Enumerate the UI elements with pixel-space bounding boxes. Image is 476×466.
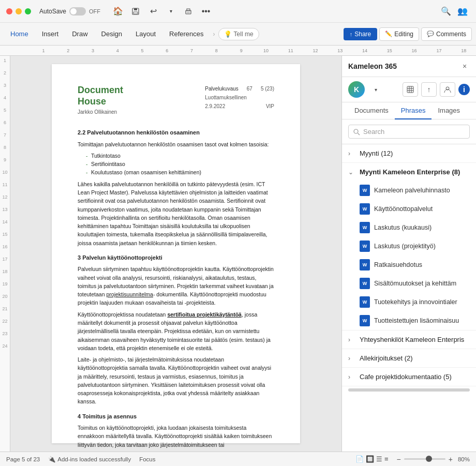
word-doc-icon: W — [360, 222, 370, 233]
panel-info-icon[interactable]: i — [458, 84, 470, 95]
ribbon-separator: › — [213, 31, 215, 38]
close-traffic-light[interactable] — [6, 8, 12, 14]
share-button[interactable]: ↑ Share — [344, 28, 378, 40]
panel-upload-icon[interactable]: ↑ — [421, 82, 437, 97]
tab-documents[interactable]: Documents — [348, 102, 395, 119]
panel-user-icon[interactable] — [440, 82, 455, 97]
tab-phrases[interactable]: Phrases — [395, 102, 432, 119]
panel-scrollbar — [348, 388, 470, 392]
save-icon[interactable] — [128, 4, 143, 19]
list-item[interactable]: W Kameleon palveluhinnasto — [342, 181, 476, 200]
tell-me-label: Tell me — [234, 31, 254, 38]
share-people-icon[interactable]: 👥 — [455, 4, 470, 19]
tab-draw[interactable]: Draw — [66, 26, 94, 42]
zoom-level: 80% — [458, 456, 470, 462]
phrase-group-header-myynti-kameleon[interactable]: Myynti Kameleon Enterprise (8) — [342, 163, 476, 181]
editing-button[interactable]: ✏️ Editing — [379, 27, 419, 41]
zoom-slider[interactable] — [404, 458, 445, 460]
ruler-v-10: 10 — [2, 170, 7, 175]
panel-table-icon[interactable] — [403, 82, 418, 97]
document-area[interactable]: Document House Jarkko Ollikainen Palvelu… — [10, 56, 341, 452]
ruler-vertical: 1 2 3 4 5 6 7 8 9 10 11 12 13 14 15 16 1… — [0, 56, 10, 452]
page-info: 5 (23) — [261, 85, 274, 93]
print-icon[interactable] — [181, 4, 196, 19]
list-item[interactable]: W Tuotteistettujen lisäominaisuu — [342, 311, 476, 330]
panel-content[interactable]: Myynti (12) Myynti Kameleon Enterprise (… — [342, 144, 476, 452]
para-5: Laite- ja ohjelmisto-, tai järjestelmäto… — [78, 355, 274, 406]
ruler-v-24: 24 — [2, 343, 7, 349]
ruler-mark: 9 — [229, 48, 254, 53]
zoom-minus-button[interactable]: − — [397, 455, 401, 463]
zoom-plus-button[interactable]: + — [449, 455, 453, 463]
phrase-group-header-myynti[interactable]: Myynti (12) — [342, 144, 476, 162]
list-item[interactable]: W Laskutus (projektityö) — [342, 237, 476, 255]
ruler-v-13: 13 — [2, 207, 7, 212]
ruler-mark: 12 — [303, 48, 328, 53]
list-item[interactable]: W Tuotekehitys ja innovointialer — [342, 293, 476, 311]
ruler-v-21: 21 — [2, 306, 7, 311]
doc-header: Document House Jarkko Ollikainen Palvelu… — [78, 85, 274, 120]
undo-icon[interactable]: ↩ — [146, 4, 160, 19]
ruler-v-15: 15 — [2, 232, 7, 237]
search-input[interactable] — [363, 128, 465, 136]
tab-home[interactable]: Home — [4, 26, 35, 42]
ruler-mark: 16 — [402, 48, 427, 53]
tab-references[interactable]: References — [163, 26, 210, 42]
layout-icon-3[interactable]: ☰ — [376, 455, 382, 463]
section-3-title: 3 Palvelun käyttöönottoprojekti — [78, 253, 274, 262]
autosave-toggle[interactable] — [69, 7, 86, 16]
word-doc-icon: W — [360, 296, 370, 308]
addins-status: 🔌 Add-ins loaded successfully — [48, 456, 131, 463]
search-icon[interactable]: 🔍 — [439, 4, 453, 19]
ruler-mark: 2 — [56, 48, 81, 53]
tell-me-area[interactable]: 💡 Tell me — [218, 28, 259, 40]
svg-line-13 — [358, 133, 360, 135]
minimize-traffic-light[interactable] — [16, 8, 22, 14]
layout-icon-1[interactable]: 📄 — [355, 455, 364, 463]
panel-dropdown-icon[interactable]: ▾ — [368, 82, 383, 97]
panel-header: Kameleon 365 × — [342, 56, 476, 77]
layout-icon-2[interactable]: 🔲 — [366, 455, 374, 463]
pencil-icon: ✏️ — [385, 31, 392, 37]
list-item[interactable]: W Käyttöönottopalvelut — [342, 200, 476, 218]
list-item[interactable]: W Laskutus (kuukausi) — [342, 218, 476, 237]
tab-design[interactable]: Design — [95, 26, 128, 42]
home-icon[interactable]: 🏠 — [111, 4, 125, 19]
tab-insert[interactable]: Insert — [36, 26, 65, 42]
undo-dropdown-icon[interactable]: ▾ — [163, 4, 178, 19]
ruler-mark: 1 — [31, 48, 56, 53]
search-input-wrap[interactable] — [348, 125, 470, 139]
phrase-group-header-cafe[interactable]: Cafe projektidokumentaatio (5) — [342, 368, 476, 386]
document-page[interactable]: Document House Jarkko Ollikainen Palvelu… — [52, 64, 300, 443]
svg-rect-1 — [134, 8, 137, 10]
group-name-cafe: Cafe projektidokumentaatio (5) — [360, 373, 452, 381]
ruler-v-8: 8 — [4, 145, 6, 150]
vip-label: VIP — [266, 102, 274, 110]
word-doc-icon: W — [360, 185, 370, 196]
autosave-area: AutoSave OFF — [39, 7, 100, 16]
page-info: Page 5 of 23 — [6, 456, 40, 462]
phrase-name: Sisältömuutokset ja kehittäm — [374, 280, 456, 287]
comments-button[interactable]: 💬 Comments — [421, 27, 472, 41]
panel-close-button[interactable]: × — [459, 61, 470, 71]
ruler-v-16: 16 — [2, 244, 7, 249]
phrase-group-header-yhteyshenkilot[interactable]: Yhteyshenkilöt Kameleon Enterpris — [342, 330, 476, 349]
maximize-traffic-light[interactable] — [25, 8, 31, 14]
list-item[interactable]: W Sisältömuutokset ja kehittäm — [342, 274, 476, 293]
ruler-mark: 18 — [451, 48, 476, 53]
list-item[interactable]: W Ratkaisuehdotus — [342, 255, 476, 274]
ruler-v-3: 3 — [4, 83, 6, 88]
list-item: Koulutustaso (oman osaamisen kehittämine… — [86, 168, 274, 176]
layout-icon-4[interactable]: ≡ — [384, 455, 389, 463]
zoom-slider-thumb[interactable] — [426, 456, 432, 462]
tab-images[interactable]: Images — [432, 102, 466, 119]
search-icon — [353, 128, 360, 136]
phrase-name: Ratkaisuehdotus — [374, 261, 422, 268]
traffic-lights — [6, 8, 31, 14]
more-icon[interactable]: ••• — [199, 4, 213, 19]
ruler-v-5: 5 — [4, 108, 6, 113]
tab-layout[interactable]: Layout — [129, 26, 162, 42]
para-2: Lähes kaikilla palvelutuotannon henkilöi… — [78, 180, 274, 247]
phrase-group-header-allekirjoitukset[interactable]: Allekirjoitukset (2) — [342, 349, 476, 367]
focus-button[interactable]: Focus — [139, 456, 155, 462]
